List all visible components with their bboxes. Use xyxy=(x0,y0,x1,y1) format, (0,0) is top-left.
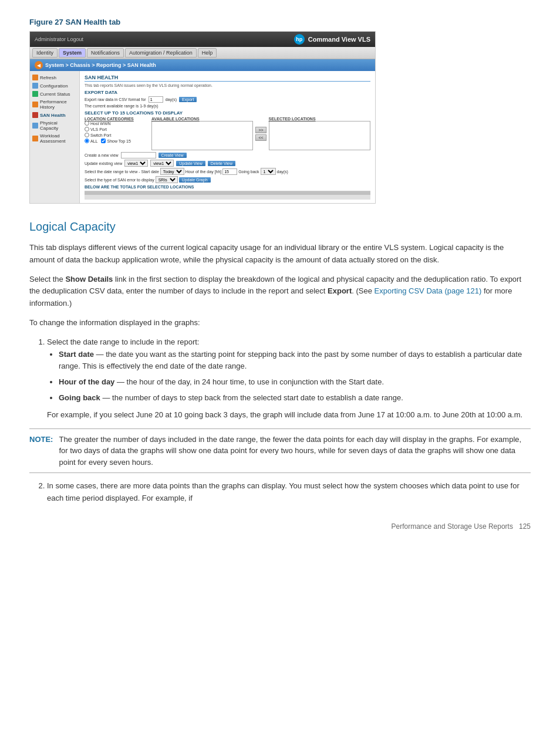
export-button[interactable]: Export xyxy=(179,97,197,102)
bullet-hour-text: — the hour of the day, in 24 hour time, … xyxy=(117,377,384,386)
step2-text: In some cases, there are more data point… xyxy=(47,481,519,502)
status-icon xyxy=(32,91,38,97)
export-range-text: The current available range is 1-9 day(s… xyxy=(85,104,158,108)
logical-capacity-para1: This tab displays different views of the… xyxy=(29,242,531,266)
sidebar-refresh-label: Refresh xyxy=(40,75,56,80)
san-icon xyxy=(32,112,38,118)
nav-bar: Identity System Notifications Automigrat… xyxy=(30,47,375,59)
screenshot-box: Administrator Logout hp Command View VLS… xyxy=(29,31,376,204)
available-locations-header: AVAILABLE LOCATIONS xyxy=(151,117,253,121)
tab-system[interactable]: System xyxy=(59,48,86,58)
export-label: Export raw data in CSV format for xyxy=(85,97,146,102)
steps-list-2: In some cases, there are more data point… xyxy=(47,480,531,505)
hp-logo-icon: hp xyxy=(294,34,305,45)
create-view-row: Create a new view Create View xyxy=(85,152,370,158)
page-footer: Performance and Storage Use Reports 125 xyxy=(29,517,531,531)
sidebar-refresh[interactable]: Refresh xyxy=(30,73,79,82)
radio-vls-port[interactable]: VLS Port xyxy=(85,127,149,131)
workload-icon xyxy=(32,136,38,141)
bullet-start-text: — the date you want as the starting poin… xyxy=(59,350,522,371)
update-graph-button[interactable]: Update Graph xyxy=(179,177,211,183)
error-type-label: Select the type of SAN error to display xyxy=(85,178,154,182)
exporting-csv-link[interactable]: Exporting CSV Data (page 121) xyxy=(375,286,482,295)
app-header: Administrator Logout hp Command View VLS xyxy=(30,32,375,47)
move-right-button[interactable]: >> xyxy=(255,127,266,133)
radio-switch-port[interactable]: Switch Port xyxy=(85,133,149,137)
para2-show-details: Show Details xyxy=(65,275,113,283)
perf-icon xyxy=(32,102,38,107)
available-locations-box[interactable] xyxy=(151,121,253,150)
days-unit: day(s) xyxy=(276,170,288,174)
admin-logout[interactable]: Administrator Logout xyxy=(35,36,83,42)
note-box: NOTE: The greater the number of days inc… xyxy=(29,428,531,474)
sidebar-item-performance[interactable]: Performance History xyxy=(30,98,79,111)
location-arrows: >> << xyxy=(255,117,266,150)
tab-help[interactable]: Help xyxy=(198,48,217,58)
create-view-input[interactable] xyxy=(121,152,156,158)
update-view-row: Update existing view view1 view1 Update … xyxy=(85,160,370,167)
update-view-label: Update existing view xyxy=(85,161,122,166)
note-label: NOTE: xyxy=(29,434,53,468)
create-view-button[interactable]: Create View xyxy=(158,153,187,158)
error-type-row: Select the type of SAN error to display … xyxy=(85,176,370,183)
sidebar-status-label: Current Status xyxy=(40,92,70,97)
sidebar-item-physical[interactable]: Physical Capacity xyxy=(30,119,79,132)
sidebar-san-label: SAN Health xyxy=(40,113,66,118)
radio-all[interactable]: ALL Show Top 15 xyxy=(85,139,149,143)
tab-automigration[interactable]: Automigration / Replication xyxy=(125,48,197,58)
export-range-note: The current available range is 1-9 day(s… xyxy=(85,104,370,108)
bullet-going-back: Going back — the number of days to step … xyxy=(59,392,531,404)
sidebar-physical-label: Physical Capacity xyxy=(40,120,77,131)
select-locations-label: SELECT UP TO 15 LOCATIONS TO DISPLAY xyxy=(85,110,370,116)
to-change-heading: To change the information displayed in t… xyxy=(29,317,531,329)
selected-locations-box[interactable] xyxy=(269,121,370,150)
hour-label: Hour of the day [hh] xyxy=(185,170,221,174)
export-days-input[interactable] xyxy=(149,96,163,103)
date-range-label: Select the date range to view - Start da… xyxy=(85,170,159,174)
step-2: In some cases, there are more data point… xyxy=(47,480,531,505)
export-row: Export raw data in CSV format for day(s)… xyxy=(85,96,370,103)
step1-label: Select the date range to include in the … xyxy=(47,337,199,346)
location-categories-header: LOCATION CATEGORIES xyxy=(85,117,149,121)
going-back-label: Going back xyxy=(238,170,259,174)
tab-identity[interactable]: Identity xyxy=(32,48,58,58)
start-date-select[interactable]: Today xyxy=(160,168,184,175)
sidebar-item-san-health[interactable]: SAN Health xyxy=(30,111,79,119)
sidebar-config-label: Configuration xyxy=(40,83,68,89)
tab-notifications[interactable]: Notifications xyxy=(87,48,124,58)
date-range-row: Select the date range to view - Start da… xyxy=(85,168,370,175)
view1-select-2[interactable]: view1 xyxy=(150,160,174,167)
physical-icon xyxy=(32,123,38,129)
delete-view-button[interactable]: Delete View xyxy=(208,161,235,166)
sidebar-item-configuration[interactable]: Configuration xyxy=(30,82,79,90)
view1-select-1[interactable]: view1 xyxy=(124,160,148,167)
back-arrow-icon[interactable]: ◀ xyxy=(35,61,43,69)
san-health-title: SAN HEALTH xyxy=(85,75,370,82)
export-unit: day(s) xyxy=(166,97,177,102)
selected-locations-header: SELECTED LOCATIONS xyxy=(269,117,370,121)
figure-title: Figure 27 SAN Health tab xyxy=(29,18,531,26)
app-title: Command View VLS xyxy=(308,36,370,43)
steps-list: Select the date range to include in the … xyxy=(47,336,531,421)
error-type-select[interactable]: SRIs xyxy=(156,176,178,183)
bullet-hour-bold: Hour of the day xyxy=(59,377,114,386)
update-view-button[interactable]: Update View xyxy=(176,161,205,166)
content-panel: SAN HEALTH This tab reports SAN issues s… xyxy=(80,71,375,203)
breadcrumb: ◀ System > Chassis > Reporting > SAN Hea… xyxy=(30,59,375,71)
location-radio-group: Host WWN VLS Port Switch Port ALL xyxy=(85,121,149,143)
step-1: Select the date range to include in the … xyxy=(47,336,531,421)
sidebar-item-current-status[interactable]: Current Status xyxy=(30,90,79,98)
move-left-button[interactable]: << xyxy=(255,134,266,141)
hour-input[interactable] xyxy=(222,168,237,175)
note-text: The greater the number of days included … xyxy=(59,434,531,468)
bullet-hour: Hour of the day — the hour of the day, i… xyxy=(59,376,531,389)
app-branding: hp Command View VLS xyxy=(294,34,370,45)
refresh-icon xyxy=(32,75,38,80)
config-icon xyxy=(32,83,38,89)
going-back-select[interactable]: 1 xyxy=(261,168,276,175)
sidebar-item-workload[interactable]: Workload Assessment xyxy=(30,132,79,145)
bullet-start-bold: Start date xyxy=(59,350,94,359)
radio-host-wwn[interactable]: Host WWN xyxy=(85,121,149,126)
sidebar-workload-label: Workload Assessment xyxy=(40,133,77,144)
bullet-going-back-text: — the number of days to step back from t… xyxy=(102,393,403,402)
